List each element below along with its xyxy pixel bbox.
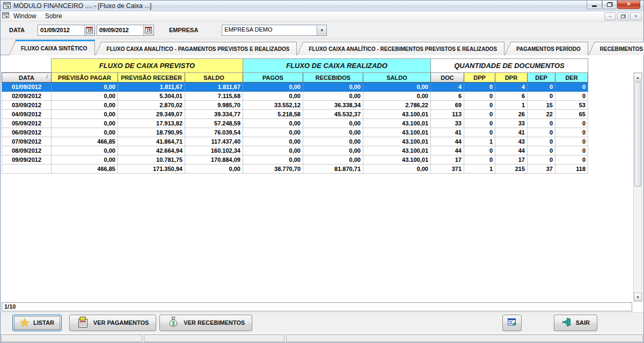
cell[interactable]: 0 <box>464 101 495 110</box>
chevron-down-icon[interactable]: ▼ <box>317 25 326 35</box>
cell[interactable]: 18.790,95 <box>118 128 185 137</box>
cell[interactable]: 43.100,01 <box>363 119 431 128</box>
column-header-previsao-receber-2[interactable]: PREVISÃO RECEBER <box>118 73 185 83</box>
cell[interactable]: 0,00 <box>243 119 303 128</box>
cell[interactable]: 0 <box>555 83 588 92</box>
cell[interactable]: 43.100,01 <box>363 110 431 119</box>
column-header-doc-7[interactable]: DOC <box>431 73 464 83</box>
cell[interactable]: 0 <box>555 146 588 155</box>
cell[interactable]: 41.864,71 <box>118 137 185 146</box>
cell[interactable]: 5.304,01 <box>118 92 185 101</box>
cell[interactable]: 0 <box>464 110 495 119</box>
cell[interactable]: 0 <box>528 83 555 92</box>
cell[interactable]: 0 <box>464 119 495 128</box>
table-row[interactable]: 07/09/2012466,8541.864,71117.437,400,000… <box>2 137 588 146</box>
tab-fluxo-caixa-analitico-pagamentos-previstos-e-realizados[interactable]: FLUXO CAIXA ANALÍTICO - PAGAMENTOS PREVI… <box>103 42 297 55</box>
cell[interactable]: 0,00 <box>243 128 303 137</box>
cell[interactable]: 0 <box>464 83 495 92</box>
column-header-previsao-pagar-1[interactable]: PREVISÃO PAGAR <box>52 73 118 83</box>
column-header-der-11[interactable]: DER <box>555 73 588 83</box>
cell[interactable]: 33.552,12 <box>243 101 303 110</box>
cell[interactable]: 0,00 <box>52 128 118 137</box>
cell[interactable]: 42.664,94 <box>118 146 185 155</box>
cell[interactable]: 43.100,01 <box>363 137 431 146</box>
cell[interactable]: 29.349,07 <box>118 110 185 119</box>
table-row[interactable]: 03/09/20120,002.870,029.985,7033.552,123… <box>2 101 588 110</box>
cell[interactable]: 0,00 <box>303 155 363 165</box>
cell[interactable]: 33 <box>431 119 464 128</box>
cell[interactable]: 2.786,22 <box>363 101 431 110</box>
column-header-dpr-9[interactable]: DPR <box>495 73 528 83</box>
cell[interactable]: 0 <box>555 128 588 137</box>
cell[interactable]: 113 <box>431 110 464 119</box>
column-header-dep-10[interactable]: DEP <box>528 73 555 83</box>
ver-pagamentos-button[interactable]: VER PAGAMENTOS <box>69 315 157 331</box>
cell[interactable]: 17 <box>431 155 464 165</box>
cell[interactable]: 0 <box>528 119 555 128</box>
cell[interactable]: 0,00 <box>303 119 363 128</box>
cell[interactable]: 5.218,58 <box>243 110 303 119</box>
cell[interactable]: 9.985,70 <box>185 101 243 110</box>
date-from-calendar-button[interactable]: 15 <box>84 25 94 35</box>
cell[interactable]: 0,00 <box>303 128 363 137</box>
report-button[interactable] <box>502 315 522 331</box>
cell[interactable]: 0 <box>528 146 555 155</box>
cell[interactable]: 01/09/2012 <box>2 83 52 92</box>
cell[interactable]: 08/09/2012 <box>2 146 52 155</box>
column-header-recebidos-5[interactable]: RECEBIDOS <box>303 73 363 83</box>
date-to-calendar-button[interactable]: 15 <box>143 25 153 35</box>
cell[interactable]: 0,00 <box>52 146 118 155</box>
cell[interactable]: 05/09/2012 <box>2 119 52 128</box>
cell[interactable]: 0,00 <box>303 146 363 155</box>
cell[interactable]: 0,00 <box>52 83 118 92</box>
cell[interactable]: 0 <box>464 92 495 101</box>
cell[interactable]: 0,00 <box>243 137 303 146</box>
mdi-close-button[interactable]: × <box>630 12 642 20</box>
cell[interactable]: 07/09/2012 <box>2 137 52 146</box>
cell[interactable]: 03/09/2012 <box>2 101 52 110</box>
scrollbar-thumb[interactable] <box>634 82 641 187</box>
cell[interactable]: 0,00 <box>303 137 363 146</box>
cell[interactable]: 466,85 <box>52 137 118 146</box>
tab-fluxo-caixa-analitico-recebimentos-previstos-e-realizados[interactable]: FLUXO CAIXA ANALÍTICO - RECEBIMENTOS PRE… <box>305 42 504 55</box>
cell[interactable]: 76.039,54 <box>185 128 243 137</box>
cell[interactable]: 0,00 <box>52 155 118 165</box>
vertical-scrollbar[interactable]: ▲ ▼ <box>633 72 642 302</box>
cell[interactable]: 0,00 <box>303 83 363 92</box>
cell[interactable]: 6 <box>495 92 528 101</box>
listar-button[interactable]: ★ LISTAR <box>12 315 62 331</box>
table-row[interactable]: 09/09/20120,0010.781,75170.884,090,000,0… <box>2 155 588 165</box>
mdi-minimize-button[interactable]: – <box>604 12 616 20</box>
cell[interactable]: 04/09/2012 <box>2 110 52 119</box>
cell[interactable]: 06/09/2012 <box>2 128 52 137</box>
close-button[interactable]: ✕ <box>617 1 640 9</box>
ver-recebimentos-button[interactable]: $ VER RECEBIMENTOS <box>159 315 252 331</box>
cell[interactable]: 4 <box>495 83 528 92</box>
cell[interactable]: 0,00 <box>52 119 118 128</box>
cell[interactable]: 0,00 <box>363 83 431 92</box>
cell[interactable]: 45.532,37 <box>303 110 363 119</box>
minimize-button[interactable] <box>587 1 602 9</box>
cell[interactable]: 0 <box>555 119 588 128</box>
cell[interactable]: 43.100,01 <box>363 128 431 137</box>
cell[interactable]: 39.334,77 <box>185 110 243 119</box>
cell[interactable]: 1.811,67 <box>118 83 185 92</box>
cell[interactable]: 170.884,09 <box>185 155 243 165</box>
column-header-saldo-6[interactable]: SALDO <box>363 73 431 83</box>
cell[interactable]: 41 <box>431 128 464 137</box>
table-row[interactable]: 08/09/20120,0042.664,94160.102,340,000,0… <box>2 146 588 155</box>
cell[interactable]: 69 <box>431 101 464 110</box>
cell[interactable]: 160.102,34 <box>185 146 243 155</box>
cell[interactable]: 0 <box>555 155 588 165</box>
mdi-restore-button[interactable] <box>617 12 629 20</box>
table-row[interactable]: 01/09/20120,001.811,671.811,670,000,000,… <box>2 83 588 92</box>
cell[interactable]: 41 <box>495 128 528 137</box>
cell[interactable]: 0 <box>555 92 588 101</box>
restore-button[interactable] <box>602 1 617 9</box>
cell[interactable]: 57.248,59 <box>185 119 243 128</box>
cell[interactable]: 4 <box>431 83 464 92</box>
cell[interactable]: 0 <box>528 137 555 146</box>
cell[interactable]: 10.781,75 <box>118 155 185 165</box>
scroll-down-button[interactable]: ▼ <box>634 293 642 301</box>
cell[interactable]: 15 <box>528 101 555 110</box>
